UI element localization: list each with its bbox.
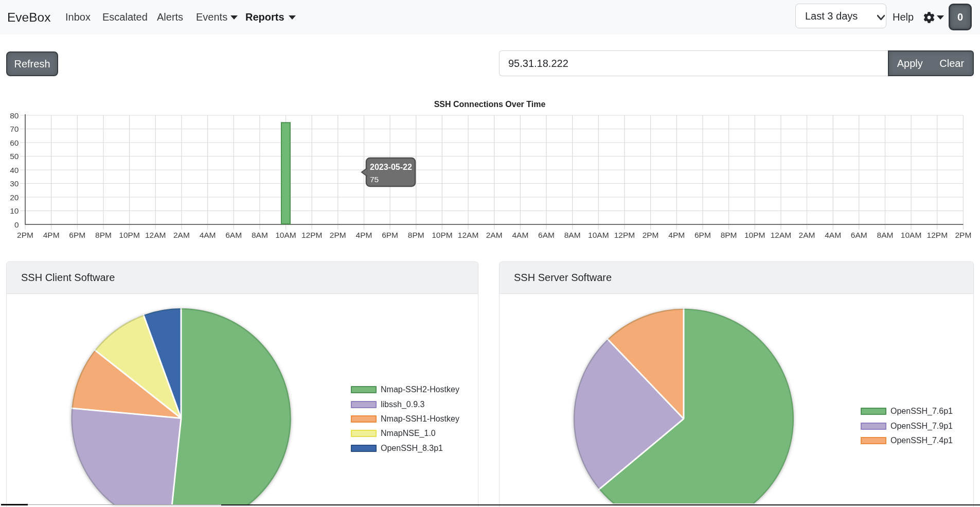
svg-text:2PM: 2PM — [955, 231, 971, 239]
svg-text:8AM: 8AM — [877, 231, 894, 239]
svg-text:30: 30 — [10, 179, 19, 188]
svg-text:6PM: 6PM — [694, 231, 711, 239]
svg-text:2AM: 2AM — [486, 231, 503, 239]
svg-text:10AM: 10AM — [588, 231, 609, 239]
svg-text:10: 10 — [10, 206, 19, 215]
svg-text:70: 70 — [10, 125, 19, 133]
svg-text:6AM: 6AM — [538, 231, 555, 239]
svg-text:75: 75 — [370, 175, 379, 184]
svg-text:4PM: 4PM — [356, 231, 372, 239]
svg-text:4PM: 4PM — [43, 231, 60, 239]
svg-text:2AM: 2AM — [799, 231, 815, 239]
svg-text:0: 0 — [14, 220, 19, 229]
svg-text:10PM: 10PM — [432, 231, 453, 239]
svg-text:12PM: 12PM — [614, 231, 635, 239]
svg-text:8AM: 8AM — [564, 231, 581, 239]
svg-text:12AM: 12AM — [458, 231, 479, 239]
svg-text:12PM: 12PM — [301, 231, 323, 239]
svg-text:12PM: 12PM — [927, 231, 948, 239]
svg-text:8PM: 8PM — [95, 231, 112, 239]
svg-text:2AM: 2AM — [173, 231, 190, 239]
svg-text:10AM: 10AM — [275, 231, 296, 239]
svg-text:6AM: 6AM — [851, 231, 867, 239]
svg-text:4AM: 4AM — [200, 231, 216, 239]
svg-text:40: 40 — [10, 166, 19, 174]
svg-text:10PM: 10PM — [744, 231, 765, 239]
svg-text:10PM: 10PM — [119, 231, 140, 239]
svg-text:8PM: 8PM — [408, 231, 424, 239]
svg-text:8AM: 8AM — [252, 231, 268, 239]
svg-text:12AM: 12AM — [145, 231, 166, 239]
svg-text:6PM: 6PM — [69, 231, 85, 239]
svg-text:60: 60 — [10, 138, 19, 147]
svg-text:2PM: 2PM — [643, 231, 659, 239]
svg-text:50: 50 — [10, 152, 19, 161]
svg-text:12AM: 12AM — [771, 231, 792, 239]
svg-text:4PM: 4PM — [668, 231, 685, 239]
svg-text:2PM: 2PM — [17, 231, 33, 239]
svg-text:4AM: 4AM — [512, 231, 528, 239]
svg-text:2PM: 2PM — [330, 231, 346, 239]
svg-text:4AM: 4AM — [825, 231, 841, 239]
svg-text:6PM: 6PM — [382, 231, 398, 239]
svg-text:10AM: 10AM — [901, 231, 922, 239]
svg-text:6AM: 6AM — [225, 231, 242, 239]
svg-text:20: 20 — [10, 193, 19, 202]
svg-text:SSH Connections Over Time: SSH Connections Over Time — [434, 100, 546, 109]
svg-text:80: 80 — [10, 111, 19, 120]
svg-text:2023-05-22: 2023-05-22 — [370, 163, 412, 171]
svg-text:8PM: 8PM — [721, 231, 737, 239]
